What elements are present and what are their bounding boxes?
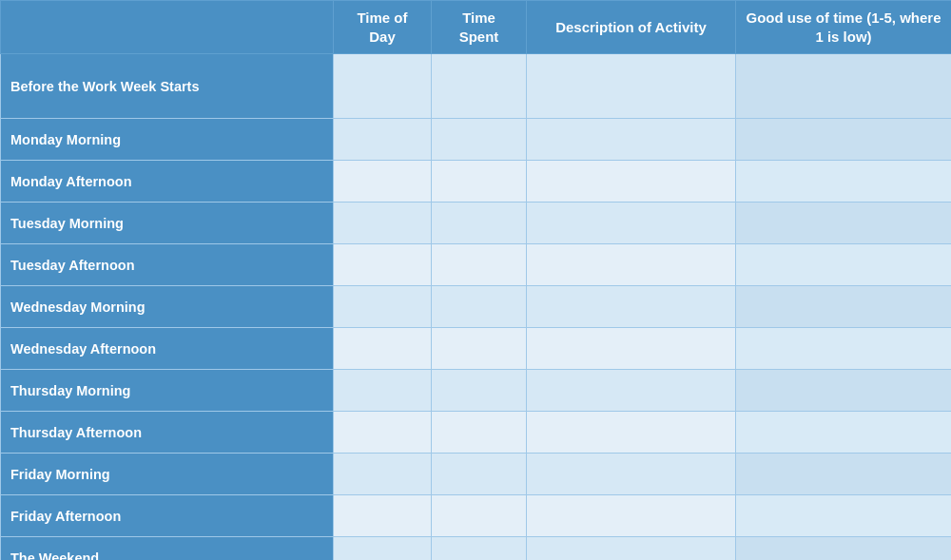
row-description[interactable]	[527, 412, 736, 454]
row-description[interactable]	[527, 54, 736, 119]
table-body: Before the Work Week StartsMonday Mornin…	[1, 54, 952, 561]
table-row: Thursday Afternoon	[1, 412, 952, 454]
row-description[interactable]	[527, 537, 736, 561]
row-description[interactable]	[527, 119, 736, 161]
header-time-of-day: Time of Day	[334, 1, 432, 54]
table-row: Tuesday Afternoon	[1, 244, 952, 286]
row-good-use[interactable]	[736, 495, 952, 537]
schedule-table: Time of Day Time Spent Description of Ac…	[0, 0, 951, 560]
header-description: Description of Activity	[527, 1, 736, 54]
row-good-use[interactable]	[736, 119, 952, 161]
row-time-of-day[interactable]	[334, 203, 432, 244]
row-label: Wednesday Morning	[1, 286, 334, 328]
table-row: Before the Work Week Starts	[1, 54, 952, 119]
row-time-spent[interactable]	[432, 328, 527, 370]
schedule-table-container: Time of Day Time Spent Description of Ac…	[0, 0, 951, 560]
row-good-use[interactable]	[736, 54, 952, 119]
row-time-of-day[interactable]	[334, 119, 432, 161]
table-row: The Weekend	[1, 537, 952, 561]
row-time-spent[interactable]	[432, 495, 527, 537]
row-time-spent[interactable]	[432, 412, 527, 454]
row-time-of-day[interactable]	[334, 54, 432, 119]
table-row: Friday Afternoon	[1, 495, 952, 537]
row-description[interactable]	[527, 244, 736, 286]
row-time-spent[interactable]	[432, 454, 527, 495]
row-good-use[interactable]	[736, 244, 952, 286]
row-time-spent[interactable]	[432, 161, 527, 203]
table-row: Tuesday Morning	[1, 203, 952, 244]
row-label: Before the Work Week Starts	[1, 54, 334, 119]
table-row: Wednesday Afternoon	[1, 328, 952, 370]
row-time-of-day[interactable]	[334, 244, 432, 286]
row-time-of-day[interactable]	[334, 328, 432, 370]
row-label: Monday Afternoon	[1, 161, 334, 203]
row-label: Thursday Morning	[1, 370, 334, 412]
row-time-of-day[interactable]	[334, 454, 432, 495]
row-time-of-day[interactable]	[334, 286, 432, 328]
row-description[interactable]	[527, 454, 736, 495]
row-time-of-day[interactable]	[334, 495, 432, 537]
table-row: Monday Afternoon	[1, 161, 952, 203]
header-time-spent: Time Spent	[432, 1, 527, 54]
row-time-spent[interactable]	[432, 286, 527, 328]
row-description[interactable]	[527, 203, 736, 244]
row-time-of-day[interactable]	[334, 412, 432, 454]
row-time-of-day[interactable]	[334, 370, 432, 412]
header-row-label	[1, 1, 334, 54]
row-good-use[interactable]	[736, 203, 952, 244]
row-time-spent[interactable]	[432, 537, 527, 561]
row-description[interactable]	[527, 286, 736, 328]
row-label: Tuesday Morning	[1, 203, 334, 244]
row-label: Monday Morning	[1, 119, 334, 161]
row-good-use[interactable]	[736, 161, 952, 203]
row-description[interactable]	[527, 328, 736, 370]
row-time-spent[interactable]	[432, 244, 527, 286]
table-row: Wednesday Morning	[1, 286, 952, 328]
row-good-use[interactable]	[736, 286, 952, 328]
header-good-use: Good use of time (1-5, where 1 is low)	[736, 1, 952, 54]
table-row: Friday Morning	[1, 454, 952, 495]
row-good-use[interactable]	[736, 412, 952, 454]
row-description[interactable]	[527, 370, 736, 412]
row-description[interactable]	[527, 495, 736, 537]
table-row: Thursday Morning	[1, 370, 952, 412]
row-label: Thursday Afternoon	[1, 412, 334, 454]
table-row: Monday Morning	[1, 119, 952, 161]
row-good-use[interactable]	[736, 370, 952, 412]
row-time-spent[interactable]	[432, 54, 527, 119]
row-time-spent[interactable]	[432, 203, 527, 244]
row-description[interactable]	[527, 161, 736, 203]
row-good-use[interactable]	[736, 328, 952, 370]
row-time-of-day[interactable]	[334, 161, 432, 203]
row-time-of-day[interactable]	[334, 537, 432, 561]
row-good-use[interactable]	[736, 537, 952, 561]
row-label: The Weekend	[1, 537, 334, 561]
row-time-spent[interactable]	[432, 370, 527, 412]
row-label: Tuesday Afternoon	[1, 244, 334, 286]
header-row: Time of Day Time Spent Description of Ac…	[1, 1, 952, 54]
row-time-spent[interactable]	[432, 119, 527, 161]
row-label: Friday Afternoon	[1, 495, 334, 537]
row-label: Wednesday Afternoon	[1, 328, 334, 370]
row-label: Friday Morning	[1, 454, 334, 495]
row-good-use[interactable]	[736, 454, 952, 495]
